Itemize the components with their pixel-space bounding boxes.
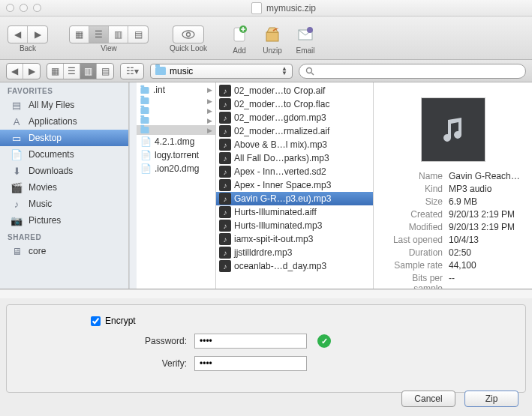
window-title: mymusic.zip	[266, 3, 316, 13]
folder-icon	[140, 97, 149, 104]
audio-file-icon: ♪	[219, 125, 231, 137]
pv-column[interactable]: ▥	[80, 64, 97, 79]
preview-value: 44,100	[449, 260, 523, 271]
zoom-window[interactable]	[33, 4, 41, 12]
encrypt-checkbox[interactable]	[91, 316, 101, 326]
column1-row[interactable]: 📄logy.torrent	[137, 148, 215, 162]
minimize-window[interactable]	[20, 4, 28, 12]
view-column-mode[interactable]: ▥	[109, 26, 128, 43]
column2-row[interactable]: ♪jjstilldrdre.mp3	[216, 246, 373, 259]
sidebar-item-desktop[interactable]: ▭Desktop	[0, 130, 128, 146]
column2-row[interactable]: ♪Apex - Inner Space.mp3	[216, 178, 373, 192]
sidebar-item-label: All My Files	[29, 100, 74, 110]
preview-key: Duration	[383, 247, 443, 258]
column1-row[interactable]: ▶	[137, 106, 215, 115]
file-icon: 📄	[140, 149, 152, 161]
view-list-mode[interactable]: ☰	[89, 26, 109, 43]
sidebar-shared-header: SHARED	[0, 229, 128, 243]
downloads-icon: ⬇	[11, 166, 23, 176]
chevron-right-icon: ▶	[207, 97, 212, 105]
sidebar-item-movies[interactable]: 🎬Movies	[0, 179, 128, 196]
column2-row[interactable]: ♪Hurts-Illuminated.mp3	[216, 219, 373, 232]
path-folder-name: music	[170, 66, 193, 76]
sidebar-item-music[interactable]: ♪Music	[0, 196, 128, 212]
audio-file-icon: ♪	[219, 193, 231, 205]
sidebar-item-applications[interactable]: AApplications	[0, 113, 128, 130]
audio-file-icon: ♪	[219, 247, 231, 259]
folder-icon	[140, 107, 149, 114]
sidebar-item-label: Music	[29, 199, 52, 209]
column2-row[interactable]: ♪02_moder…gdom.mp3	[216, 111, 373, 124]
column2-row[interactable]: ♪Apex - Inn…verted.sd2	[216, 165, 373, 178]
path-back[interactable]: ◀	[7, 64, 23, 79]
path-forward[interactable]: ▶	[23, 64, 40, 79]
view-coverflow-mode[interactable]: ▤	[128, 26, 148, 43]
audio-file-icon: ♪	[219, 112, 231, 124]
folder-icon	[155, 67, 166, 75]
audio-file-icon: ♪	[219, 179, 231, 191]
column2-row[interactable]: ♪iamx-spit-it-out.mp3	[216, 232, 373, 246]
column2-row[interactable]: ♪02_moder…to Crop.flac	[216, 97, 373, 111]
preview-value: --	[449, 273, 523, 289]
audio-file-icon: ♪	[219, 85, 231, 97]
column2-row[interactable]: ♪02_moder…rmalized.aif	[216, 124, 373, 138]
search-icon	[305, 67, 314, 76]
back-button[interactable]: ◀	[8, 26, 28, 43]
search-field[interactable]	[299, 64, 526, 79]
back-label: Back	[20, 44, 36, 52]
add-button[interactable]	[228, 23, 251, 46]
sidebar-scrollbar[interactable]	[129, 82, 137, 289]
sidebar-item-core[interactable]: 🖥core	[0, 243, 128, 259]
chevron-right-icon: ▶	[207, 127, 212, 134]
column1-row[interactable]: .int▶	[137, 84, 215, 96]
filename: All Fall Do…parks).mp3	[234, 153, 329, 163]
forward-button[interactable]: ▶	[28, 26, 47, 43]
pv-cover[interactable]: ▤	[97, 64, 113, 79]
path-popup[interactable]: music ▲▼	[150, 64, 293, 79]
column2-row[interactable]: ♪Hurts-Illuminated.aiff	[216, 205, 373, 219]
filename: 02_moder…rmalized.aif	[234, 126, 329, 136]
column2-row[interactable]: ♪Above & B…l mix).mp3	[216, 138, 373, 151]
column2-row[interactable]: ♪02_moder…to Crop.aif	[216, 84, 373, 97]
column2-row[interactable]: ♪All Fall Do…parks).mp3	[216, 151, 373, 165]
filename: Hurts-Illuminated.mp3	[234, 220, 322, 231]
column1-row[interactable]: ▶	[137, 115, 215, 125]
chevron-right-icon: ▶	[207, 117, 212, 124]
pathbar: ◀ ▶ ▦ ☰ ▥ ▤ ☷▾ music ▲▼	[0, 60, 532, 82]
chevron-right-icon: ▶	[207, 107, 212, 115]
chevron-right-icon: ▶	[207, 86, 212, 94]
column2-row[interactable]: ♪oceanlab-…d_day.mp3	[216, 259, 373, 273]
column1-row[interactable]: 📄4.2.1.dmg	[137, 135, 215, 148]
sidebar-item-documents[interactable]: 📄Documents	[0, 146, 128, 163]
email-button[interactable]	[294, 23, 317, 46]
password-ok-icon: ✓	[317, 334, 331, 348]
audio-file-icon: ♪	[219, 98, 231, 110]
arrange-button[interactable]: ☷▾	[121, 64, 143, 79]
verify-label: Verify:	[22, 358, 187, 369]
audio-file-icon: ♪	[219, 139, 231, 151]
unzip-label: Unzip	[263, 46, 282, 55]
close-window[interactable]	[6, 4, 14, 12]
horizontal-scrollbar[interactable]	[0, 289, 532, 298]
sidebar-item-pictures[interactable]: 📷Pictures	[0, 212, 128, 229]
zip-button[interactable]: Zip	[464, 391, 518, 407]
add-label: Add	[233, 46, 246, 55]
filename: iamx-spit-it-out.mp3	[234, 234, 313, 244]
column1-row[interactable]: 📄.ion20.dmg	[137, 162, 215, 175]
cancel-button[interactable]: Cancel	[401, 391, 455, 407]
column2-row[interactable]: ♪Gavin G-R…p3.eu).mp3	[216, 192, 373, 205]
verify-field[interactable]	[194, 356, 307, 371]
music-icon: ♪	[11, 199, 23, 209]
quicklook-button[interactable]	[173, 26, 203, 43]
pv-list[interactable]: ☰	[64, 64, 80, 79]
password-field[interactable]	[194, 334, 307, 349]
sidebar-favorites-header: FAVORITES	[0, 82, 128, 97]
pv-icon[interactable]: ▦	[47, 64, 64, 79]
column1-row[interactable]: ▶	[137, 96, 215, 106]
search-input[interactable]	[318, 66, 519, 76]
sidebar-item-downloads[interactable]: ⬇Downloads	[0, 163, 128, 179]
view-icon-mode[interactable]: ▦	[70, 26, 89, 43]
sidebar-item-all-my-files[interactable]: ▤All My Files	[0, 97, 128, 113]
column1-row[interactable]: ▶	[137, 125, 215, 135]
unzip-button[interactable]	[261, 23, 284, 46]
